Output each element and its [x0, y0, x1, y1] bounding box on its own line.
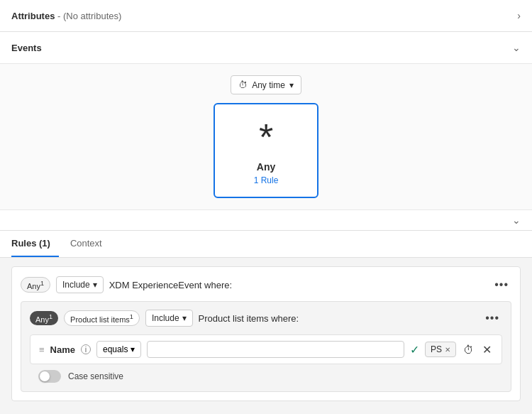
case-sensitive-toggle[interactable]	[38, 370, 61, 383]
clock-button[interactable]: ⏱	[462, 342, 475, 357]
rule-row-1: Any1 Include ▾ XDM ExperienceEvent where…	[21, 276, 511, 294]
events-collapse-icon[interactable]: ⌄	[512, 42, 521, 53]
event-card[interactable]: * Any 1 Rule	[214, 103, 318, 198]
any-badge-1: Any1	[21, 277, 50, 293]
rule-text-2: Product list items where:	[199, 313, 477, 324]
case-sensitive-row: Case sensitive	[30, 364, 502, 384]
check-icon[interactable]: ✓	[410, 343, 419, 356]
nested-rule-container: Any1 Product list items1 Include ▾ Produ…	[21, 301, 511, 392]
value-input[interactable]	[147, 341, 404, 358]
include-dropdown-2[interactable]: Include ▾	[145, 310, 193, 327]
attributes-section: Attributes - (No attributes) ›	[0, 0, 532, 32]
equals-dropdown[interactable]: equals ▾	[96, 341, 141, 358]
ps-tag: PS ✕	[425, 342, 456, 357]
more-button-2[interactable]: •••	[482, 309, 502, 327]
ps-tag-close-icon[interactable]: ✕	[445, 346, 450, 354]
events-canvas: ⏱ Any time ▾ * Any 1 Rule	[0, 64, 532, 209]
tab-rules[interactable]: Rules (1)	[11, 231, 59, 257]
event-card-rule-link[interactable]: 1 Rule	[254, 175, 279, 185]
event-card-label: Any	[257, 161, 275, 173]
include-chevron-icon-1: ▾	[93, 280, 97, 290]
tab-context[interactable]: Context	[70, 231, 111, 257]
more-button-1[interactable]: •••	[492, 276, 511, 294]
events-bottom-bar: ⌄	[0, 209, 532, 230]
product-list-badge: Product list items1	[64, 310, 140, 327]
attribute-name-label: Name	[50, 344, 75, 355]
events-header: Events ⌄	[0, 32, 532, 64]
ps-tag-label: PS	[431, 344, 442, 354]
include-dropdown-1[interactable]: Include ▾	[56, 276, 104, 293]
info-icon[interactable]: i	[81, 344, 91, 354]
rules-tabs: Rules (1) Context	[0, 231, 532, 258]
anytime-chevron-icon: ▾	[289, 80, 294, 90]
event-card-asterisk: *	[259, 119, 273, 156]
include-chevron-icon-2: ▾	[182, 313, 187, 323]
any-time-button[interactable]: ⏱ Any time ▾	[231, 75, 301, 94]
drag-handle-icon: ≡	[39, 344, 45, 355]
rules-body: Any1 Include ▾ XDM ExperienceEvent where…	[0, 258, 532, 410]
any-time-label: Any time	[252, 80, 285, 90]
events-section: Events ⌄ ⏱ Any time ▾ * Any 1 Rule ⌄	[0, 32, 532, 231]
clock-icon: ⏱	[238, 80, 248, 90]
attributes-expand-icon[interactable]: ›	[517, 10, 521, 21]
close-button[interactable]: ✕	[481, 342, 493, 358]
rule-text-1: XDM ExperienceEvent where:	[109, 280, 487, 290]
case-sensitive-label: Case sensitive	[68, 371, 123, 381]
toggle-knob	[40, 371, 50, 381]
rule-container: Any1 Include ▾ XDM ExperienceEvent where…	[11, 266, 521, 401]
attribute-row: ≡ Name i equals ▾ ✓ PS ✕ ⏱ ✕	[30, 334, 502, 364]
events-title: Events	[11, 43, 42, 53]
attributes-title: Attributes - (No attributes)	[11, 11, 121, 21]
events-bottom-chevron-icon[interactable]: ⌄	[512, 214, 521, 226]
any-badge-2: Any1	[30, 311, 58, 326]
equals-chevron-icon: ▾	[131, 344, 135, 354]
nested-rule-row: Any1 Product list items1 Include ▾ Produ…	[30, 309, 502, 327]
